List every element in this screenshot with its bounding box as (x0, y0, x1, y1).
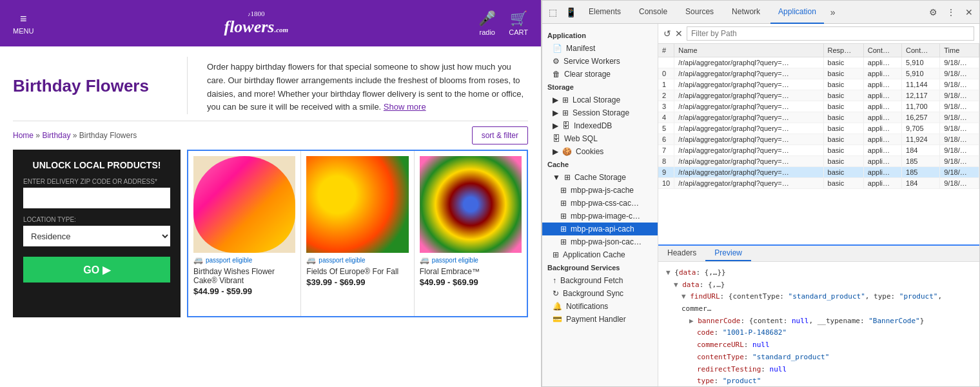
table-row[interactable]: /r/api/aggregator/graphql?query=… basic … (658, 57, 979, 68)
tab-network[interactable]: Network (724, 1, 768, 24)
page-description: Order happy birthday flowers for that sp… (207, 57, 528, 114)
table-row[interactable]: 10 /r/api/aggregator/graphql?query=… bas… (658, 178, 979, 189)
tab-more[interactable]: » (827, 7, 839, 17)
sidebar-item-pwa-css[interactable]: ⊞ mbp-pwa-css-cac… (542, 197, 658, 210)
tab-headers[interactable]: Headers (658, 246, 705, 261)
filter-reload-button[interactable]: ↺ (663, 28, 671, 39)
sidebar-item-app-cache[interactable]: ⊞ Application Cache (542, 248, 658, 261)
table-row[interactable]: 1 /r/api/aggregator/graphql?query=… basi… (658, 79, 979, 90)
cell-cont1: appli… (863, 112, 901, 123)
session-storage-icon: ⊞ (562, 108, 569, 117)
pwa-css-icon: ⊞ (560, 199, 567, 208)
products-area: UNLOCK LOCAL PRODUCTS! ENTER DELIVERY ZI… (0, 150, 541, 387)
go-button[interactable]: GO ▶ (23, 257, 170, 283)
sort-filter-button[interactable]: sort & filter (472, 126, 528, 144)
table-row[interactable]: 8 /r/api/aggregator/graphql?query=… basi… (658, 156, 979, 167)
show-more-link[interactable]: Show more (384, 102, 426, 112)
table-row[interactable]: 7 /r/api/aggregator/graphql?query=… basi… (658, 145, 979, 156)
devtools-inspect-btn[interactable]: ⬚ (545, 5, 560, 20)
sidebar-item-indexeddb[interactable]: ▶ 🗄 IndexedDB (542, 119, 658, 132)
cell-cont2: 9,705 (902, 123, 940, 134)
tab-preview[interactable]: Preview (705, 246, 751, 261)
cart-label: CART (509, 28, 528, 36)
sidebar-label-session-storage: Session Storage (573, 108, 629, 117)
breadcrumb-home[interactable]: Home (13, 131, 34, 140)
filter-input[interactable] (687, 26, 974, 41)
sidebar-item-payment[interactable]: 💳 Payment Handler (542, 313, 658, 326)
sidebar-label-cache-storage: Cache Storage (574, 173, 626, 182)
devtools-body: Application 📄 Manifest ⚙ Service Workers… (542, 24, 979, 386)
bg-fetch-icon: ↑ (553, 276, 556, 285)
product-card-1[interactable]: 🚐 passport eligible Fields Of Europe® Fo… (301, 151, 414, 316)
bg-sync-icon: ↻ (553, 289, 559, 298)
table-row[interactable]: 3 /r/api/aggregator/graphql?query=… basi… (658, 101, 979, 112)
product-card-0[interactable]: 🚐 passport eligible Birthday Wishes Flow… (188, 151, 301, 316)
sidebar-item-cookies[interactable]: ▶ 🍪 Cookies (542, 145, 658, 158)
sidebar-item-pwa-js[interactable]: ⊞ mbp-pwa-js-cache (542, 184, 658, 197)
sidebar-section-cache: Cache (542, 158, 658, 171)
cell-time: 9/18/… (940, 68, 979, 79)
sidebar-item-clear-storage[interactable]: 🗑 Clear storage (542, 68, 658, 81)
bottom-tabs: Headers Preview (658, 246, 979, 262)
sidebar-item-pwa-json[interactable]: ⊞ mbp-pwa-json-cac… (542, 235, 658, 248)
notifications-icon: 🔔 (553, 302, 562, 311)
location-select[interactable]: Residence (23, 226, 170, 246)
sidebar-item-service-workers[interactable]: ⚙ Service Workers (542, 55, 658, 68)
product-name-2: Floral Embrace™ (420, 267, 522, 276)
logo-number: ♪1800 (248, 10, 265, 17)
breadcrumb-birthday[interactable]: Birthday (42, 131, 70, 140)
table-row[interactable]: 5 /r/api/aggregator/graphql?query=… basi… (658, 123, 979, 134)
table-row[interactable]: 2 /r/api/aggregator/graphql?query=… basi… (658, 90, 979, 101)
menu-group[interactable]: ≡ MENU (13, 12, 34, 35)
cell-num: 5 (658, 123, 674, 134)
sidebar-item-bg-sync[interactable]: ↻ Background Sync (542, 287, 658, 300)
table-row[interactable]: 4 /r/api/aggregator/graphql?query=… basi… (658, 112, 979, 123)
sidebar-item-local-storage[interactable]: ▶ ⊞ Local Storage (542, 94, 658, 106)
cell-cont2: 185 (902, 167, 940, 178)
devtools-topbar: ⬚ 📱 Elements Console Sources Network App… (542, 1, 979, 24)
sidebar-item-pwa-api[interactable]: ⊞ mbp-pwa-api-cach (542, 223, 658, 235)
site-header: ≡ MENU ♪1800 flowers.com 🎤 radio 🛒 CART (0, 0, 541, 46)
sidebar-item-pwa-image[interactable]: ⊞ mbp-pwa-image-c… (542, 210, 658, 223)
tab-elements[interactable]: Elements (581, 1, 629, 24)
sidebar-label-pwa-css: mbp-pwa-css-cac… (571, 199, 639, 208)
sidebar-item-cache-storage[interactable]: ▼ ⊞ Cache Storage (542, 171, 658, 184)
cell-resp: basic (823, 68, 863, 79)
cell-time: 9/18/… (940, 57, 979, 68)
sidebar-label-bg-sync: Background Sync (563, 289, 623, 298)
devtools-device-btn[interactable]: 📱 (563, 5, 578, 20)
sidebar-item-manifest[interactable]: 📄 Manifest (542, 42, 658, 55)
table-row[interactable]: 9 /r/api/aggregator/graphql?query=… basi… (658, 167, 979, 178)
product-card-2[interactable]: 🚐 passport eligible Floral Embrace™ $49.… (415, 151, 527, 316)
header-left: ≡ MENU (13, 12, 34, 35)
tab-application[interactable]: Application (770, 1, 824, 24)
cell-time: 9/18/… (940, 79, 979, 90)
expand-icon-session: ▶ (553, 108, 558, 117)
product-image-0 (193, 156, 295, 253)
cell-cont1: appli… (863, 123, 901, 134)
tab-sources[interactable]: Sources (678, 1, 721, 24)
devtools-close-btn[interactable]: ✕ (961, 5, 977, 20)
table-row[interactable]: 6 /r/api/aggregator/graphql?query=… basi… (658, 134, 979, 145)
sidebar-item-web-sql[interactable]: 🗄 Web SQL (542, 132, 658, 145)
radio-label: radio (480, 28, 495, 36)
cell-cont1: appli… (863, 57, 901, 68)
tab-console[interactable]: Console (631, 1, 675, 24)
radio-group[interactable]: 🎤 radio (478, 10, 496, 36)
cell-cont1: appli… (863, 68, 901, 79)
sidebar-label-local-storage: Local Storage (573, 95, 620, 104)
cart-group[interactable]: 🛒 CART (509, 10, 528, 36)
header-logo[interactable]: ♪1800 flowers.com (224, 10, 288, 37)
devtools-more-btn[interactable]: ⋮ (943, 5, 959, 20)
sidebar-item-bg-fetch[interactable]: ↑ Background Fetch (542, 274, 658, 287)
table-row[interactable]: 0 /r/api/aggregator/graphql?query=… basi… (658, 68, 979, 79)
devtools-settings-btn[interactable]: ⚙ (925, 5, 941, 20)
sidebar-label-indexeddb: IndexedDB (574, 121, 612, 130)
cell-cont2: 11,144 (902, 79, 940, 90)
sidebar-item-session-storage[interactable]: ▶ ⊞ Session Storage (542, 106, 658, 119)
cell-cont2: 5,910 (902, 57, 940, 68)
filter-clear-button[interactable]: ✕ (675, 28, 683, 39)
sidebar-item-notifications[interactable]: 🔔 Notifications (542, 300, 658, 313)
sidebar-label-pwa-api: mbp-pwa-api-cach (571, 224, 634, 233)
zip-input[interactable] (23, 188, 170, 208)
